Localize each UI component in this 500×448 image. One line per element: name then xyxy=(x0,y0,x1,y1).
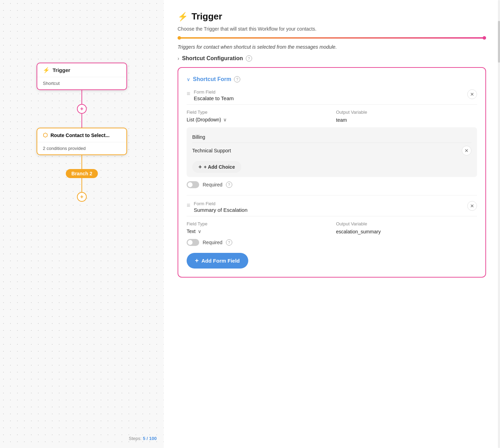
branch-badge[interactable]: Branch 2 xyxy=(66,169,98,178)
form-field-2-row: Field Type Text ∨ Output Variable escala… xyxy=(187,221,477,235)
route-node-content: 2 conditions provided xyxy=(43,146,86,151)
form-field-1: ≡ Form Field Escalate to Team ✕ Field Ty… xyxy=(187,89,477,188)
required-toggle-1[interactable] xyxy=(187,181,199,188)
add-form-field-plus-icon: + xyxy=(195,257,199,264)
trigger-page-icon: ⚡ xyxy=(178,12,188,22)
form-field-2: ≡ Form Field Summary of Escalation ✕ Fie… xyxy=(187,201,477,246)
choices-box-1: Billing Technical Support ✕ + + Add Choi… xyxy=(187,127,477,177)
field-type-value-2: Text xyxy=(187,229,196,234)
remove-choice-technical-support-button[interactable]: ✕ xyxy=(462,146,471,155)
output-var-value-1: team xyxy=(336,117,347,123)
required-row-1: Required ? xyxy=(187,181,477,188)
dropdown-arrow-icon-1: ∨ xyxy=(223,117,227,122)
field-type-label-1: Field Type xyxy=(187,110,328,115)
workflow-nodes: ⚡ Trigger Shortcut + ⬡ Route Contact to … xyxy=(37,63,127,202)
field-type-dropdown-1[interactable]: List (Dropdown) ∨ xyxy=(187,117,328,122)
field-type-col-1: Field Type List (Dropdown) ∨ xyxy=(187,110,328,123)
shortcut-configuration-section[interactable]: › Shortcut Configuration ? xyxy=(178,55,486,62)
choice-billing-text: Billing xyxy=(192,134,205,140)
required-row-2: Required ? xyxy=(187,239,477,246)
right-panel: ⚡ Trigger Choose the Trigger that will s… xyxy=(164,0,500,448)
form-field-2-labels: Form Field Summary of Escalation xyxy=(194,201,248,213)
trigger-bolt-icon: ⚡ xyxy=(43,67,50,73)
shortcut-form-header[interactable]: ∨ Shortcut Form ? xyxy=(187,76,477,82)
output-var-value-2: escalation_summary xyxy=(336,229,381,234)
trigger-node-header: ⚡ Trigger xyxy=(37,63,126,77)
field-type-col-2: Field Type Text ∨ xyxy=(187,221,328,235)
route-node[interactable]: ⬡ Route Contact to Select... 2 condition… xyxy=(37,128,127,155)
page-subtitle: Choose the Trigger that will start this … xyxy=(178,26,486,32)
field-type-dropdown-2[interactable]: Text ∨ xyxy=(187,229,328,234)
connector-line-2 xyxy=(81,114,82,128)
page-title: Trigger xyxy=(192,11,222,22)
shortcut-form-label: Shortcut Form xyxy=(193,76,231,82)
required-toggle-2[interactable] xyxy=(187,239,199,246)
route-icon: ⬡ xyxy=(43,132,48,138)
chevron-right-icon: › xyxy=(178,56,179,61)
add-form-field-label: Add Form Field xyxy=(202,258,240,264)
connector-line-4 xyxy=(81,178,82,192)
connector-line-3 xyxy=(81,155,82,169)
add-step-button-1[interactable]: + xyxy=(77,104,87,114)
add-step-button-2[interactable]: + xyxy=(77,192,87,202)
route-node-body: 2 conditions provided xyxy=(37,142,126,154)
trigger-node[interactable]: ⚡ Trigger Shortcut xyxy=(37,63,127,90)
steps-value: 5 / 100 xyxy=(143,436,157,441)
route-node-header: ⬡ Route Contact to Select... xyxy=(37,128,126,142)
trigger-node-content: Shortcut xyxy=(43,81,60,86)
required-help-icon-1[interactable]: ? xyxy=(226,182,232,188)
field-type-value-1: List (Dropdown) xyxy=(187,117,221,122)
drag-handle-icon-2[interactable]: ≡ xyxy=(187,202,190,209)
shortcut-form-container: ∨ Shortcut Form ? ≡ Form Field Escalate … xyxy=(178,67,486,278)
add-choice-label: + Add Choice xyxy=(204,164,235,170)
trigger-selector-bar xyxy=(178,37,486,39)
choice-item-billing: Billing xyxy=(192,131,471,143)
italic-note: Triggers for contact when shortcut is se… xyxy=(178,44,486,50)
form-field-1-row: Field Type List (Dropdown) ∨ Output Vari… xyxy=(187,110,477,123)
required-label-2: Required xyxy=(203,240,222,245)
steps-counter: Steps: 5 / 100 xyxy=(129,436,157,441)
close-form-field-1-button[interactable]: ✕ xyxy=(467,89,477,99)
add-choice-plus-icon: + xyxy=(198,164,202,170)
form-field-divider xyxy=(187,195,477,195)
shortcut-config-help-icon[interactable]: ? xyxy=(246,55,252,62)
output-var-label-2: Output Variable xyxy=(336,221,477,226)
scrollbar-thumb[interactable] xyxy=(498,21,500,63)
chevron-down-icon: ∨ xyxy=(187,77,190,82)
workflow-canvas: ⚡ Trigger Shortcut + ⬡ Route Contact to … xyxy=(0,0,164,448)
form-field-2-value: Summary of Escalation xyxy=(194,207,248,213)
output-var-col-2: Output Variable escalation_summary xyxy=(336,221,477,235)
page-title-section: ⚡ Trigger xyxy=(178,11,486,22)
connector-line-1 xyxy=(81,90,82,104)
form-field-2-label-text: Form Field xyxy=(194,201,248,206)
form-field-1-labels: Form Field Escalate to Team xyxy=(194,89,234,102)
field-type-label-2: Field Type xyxy=(187,221,328,226)
choice-technical-support-text: Technical Support xyxy=(192,148,231,153)
shortcut-form-help-icon[interactable]: ? xyxy=(234,76,240,82)
required-label-1: Required xyxy=(203,182,222,187)
close-form-field-2-button[interactable]: ✕ xyxy=(467,201,477,211)
shortcut-config-label: Shortcut Configuration xyxy=(182,55,243,62)
choice-item-technical-support: Technical Support ✕ xyxy=(192,143,471,158)
trigger-node-body: Shortcut xyxy=(37,77,126,89)
trigger-node-title: Trigger xyxy=(53,67,70,73)
required-help-icon-2[interactable]: ? xyxy=(226,239,232,246)
form-field-1-header: ≡ Form Field Escalate to Team ✕ xyxy=(187,89,477,105)
form-field-1-label-text: Form Field xyxy=(194,89,234,95)
drag-handle-icon-1[interactable]: ≡ xyxy=(187,90,190,97)
route-node-title: Route Contact to Select... xyxy=(50,133,110,138)
scrollbar-track xyxy=(498,0,500,448)
form-field-1-value: Escalate to Team xyxy=(194,95,234,101)
output-var-label-1: Output Variable xyxy=(336,110,477,115)
output-var-col-1: Output Variable team xyxy=(336,110,477,123)
add-choice-button-1[interactable]: + + Add Choice xyxy=(192,161,241,173)
form-field-2-header: ≡ Form Field Summary of Escalation ✕ xyxy=(187,201,477,216)
dropdown-arrow-icon-2: ∨ xyxy=(198,229,201,234)
add-form-field-button[interactable]: + Add Form Field xyxy=(187,253,248,269)
